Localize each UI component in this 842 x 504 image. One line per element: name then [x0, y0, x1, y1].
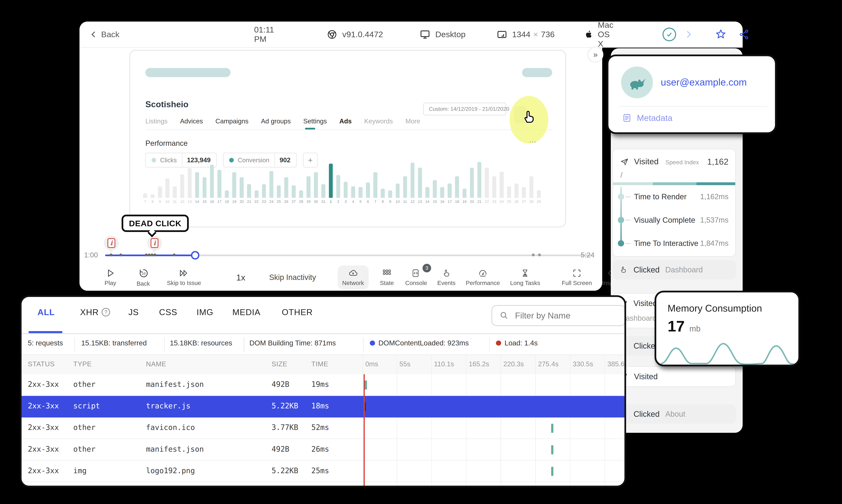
collapse-panel-chevron[interactable]: » [588, 47, 603, 62]
network-tab-other[interactable]: OTHER [282, 307, 313, 317]
column-header-type[interactable]: TYPE [73, 360, 92, 368]
issue-marker-pin[interactable]: i [147, 236, 162, 251]
network-tab-xhr[interactable]: XHR? [80, 307, 110, 317]
table-row[interactable]: 2xx-3xxothermanifest.json492B19ms [21, 374, 624, 396]
chart-bar [478, 162, 481, 198]
next-session-chevron-icon[interactable] [684, 30, 693, 39]
table-row[interactable]: 2xx-3xxothermanifest.json492B26ms [21, 439, 624, 461]
cell-size: 5.22KB [272, 466, 298, 475]
metric-dash [625, 243, 630, 244]
column-header-status[interactable]: STATUS [28, 360, 55, 368]
chart-bar [306, 176, 310, 198]
cell-name: manifest.json [146, 380, 204, 389]
network-tab-img[interactable]: IMG [197, 307, 213, 317]
console-panel-button[interactable]: Console 3 [405, 268, 427, 287]
chart-bar-group: 18 [454, 176, 460, 204]
chart-bar-group: 2 [336, 175, 341, 204]
skip-inactivity-toggle[interactable]: Skip Inactivity [269, 273, 316, 282]
divider [182, 153, 182, 167]
cell-type: other [73, 423, 95, 432]
issue-marker-pin[interactable]: i [104, 236, 119, 251]
event-action: Clicked [633, 409, 660, 419]
site-tab-listings: Listings [145, 118, 167, 125]
chart-bar [180, 175, 184, 198]
chart-bar-label: 25 [507, 199, 511, 204]
document-icon [622, 113, 632, 123]
request-table: 2xx-3xxothermanifest.json492B19ms2xx-3xx… [21, 374, 624, 485]
chevron-left-icon [90, 31, 98, 38]
chart-bar [217, 170, 221, 198]
chart-bar [299, 191, 303, 198]
table-row-selected[interactable]: 2xx-3xxscripttracker.js5.22KB18ms [21, 396, 624, 417]
back-10s-button[interactable]: 10 Back [137, 268, 150, 287]
chart-bar-label: 5 [360, 199, 361, 204]
visited-event-card[interactable]: Visited Speed Index 1,162 / Time to Rend… [612, 149, 736, 257]
stat-text: 5: requests [28, 339, 63, 347]
screen-size-icon [496, 29, 507, 40]
skip-to-issue-button[interactable]: Skip to Issue [167, 268, 201, 287]
chart-bar-label: 28 [299, 199, 303, 204]
back-button[interactable]: Back [90, 30, 120, 39]
chart-bar-label: 11 [173, 199, 177, 204]
monitor-icon [419, 29, 431, 40]
memory-consumption-card: Memory Consumption 17 mb [655, 291, 800, 366]
network-stat: 5: requests [28, 339, 63, 347]
column-header-size[interactable]: SIZE [272, 360, 287, 368]
cell-size: 5.22KB [272, 401, 298, 410]
table-header: STATUSTYPENAMESIZETIME0ms55s110.1s165.2s… [21, 355, 624, 374]
cell-status: 2xx-3xx [28, 423, 59, 432]
chart-bar-label: 21 [247, 199, 251, 204]
cell-name: favicon.ico [146, 423, 195, 432]
chart-bar [165, 178, 169, 198]
network-tab-media[interactable]: MEDIA [232, 307, 261, 317]
chart-bar-label: 17 [448, 199, 452, 204]
event-row-clicked[interactable]: Clicked About [612, 404, 736, 424]
user-email[interactable]: user@example.com [661, 77, 747, 88]
chart-bar [530, 176, 534, 198]
chart-bar [522, 187, 526, 198]
cell-time: 25ms [311, 466, 329, 475]
chart-bar-label: 7 [144, 199, 146, 204]
waterfall-bar [551, 467, 553, 476]
column-header-time[interactable]: TIME [311, 360, 328, 368]
chart-bar-label: 14 [425, 199, 429, 204]
divider [274, 153, 275, 167]
total-time: 5:24 [581, 251, 594, 259]
network-tab-css[interactable]: CSS [159, 307, 177, 317]
cell-name: logo192.png [146, 466, 195, 475]
share-icon[interactable] [738, 29, 750, 40]
chart-bar [440, 187, 444, 198]
events-panel-button[interactable]: Events [437, 268, 455, 287]
filter-input[interactable] [514, 310, 616, 321]
speed-button[interactable]: 1x [236, 272, 245, 283]
full-screen-button[interactable]: Full Screen [562, 268, 592, 287]
metadata-button[interactable]: Metadata [622, 113, 673, 123]
chart-bar-group: 27 [291, 185, 296, 204]
long-tasks-panel-button[interactable]: Long Tasks [510, 268, 540, 287]
table-row[interactable]: 2xx-3xximglogo192.png5.22KB25ms [21, 461, 624, 482]
info-icon: i [107, 238, 115, 248]
table-row[interactable]: 2xx-3xxotherfavicon.ico3.77KB52ms [21, 417, 624, 439]
cell-status: 2xx-3xx [28, 401, 59, 410]
metadata-label: Metadata [637, 113, 673, 123]
network-tab-all[interactable]: ALL [38, 307, 55, 317]
chart-bar-group: 9 [158, 186, 162, 204]
chart-bar [463, 189, 467, 198]
event-card-visited[interactable]: Visited [612, 366, 736, 387]
bookmark-star-icon[interactable] [715, 28, 727, 40]
play-button[interactable]: Play [105, 268, 116, 287]
dead-click-tooltip: DEAD CLICK [122, 215, 189, 232]
event-row-clicked[interactable]: Clicked Dashboard [612, 260, 736, 280]
dead-click-label: DEAD CLICK [122, 215, 189, 232]
chart-bar-label: 15 [202, 199, 207, 204]
waterfall-tick-label: 385.6 [607, 360, 624, 368]
timeline-playhead[interactable] [191, 251, 200, 259]
memory-value: 17 [667, 318, 684, 335]
network-tab-js[interactable]: JS [128, 307, 139, 317]
network-panel-button[interactable]: Network [338, 266, 369, 289]
state-panel-button[interactable]: State [380, 268, 394, 287]
chart-bar-label: 9 [389, 199, 391, 204]
network-tab-label: ALL [38, 307, 55, 317]
performance-panel-button[interactable]: Performance [466, 268, 500, 287]
column-header-name[interactable]: NAME [146, 360, 166, 368]
